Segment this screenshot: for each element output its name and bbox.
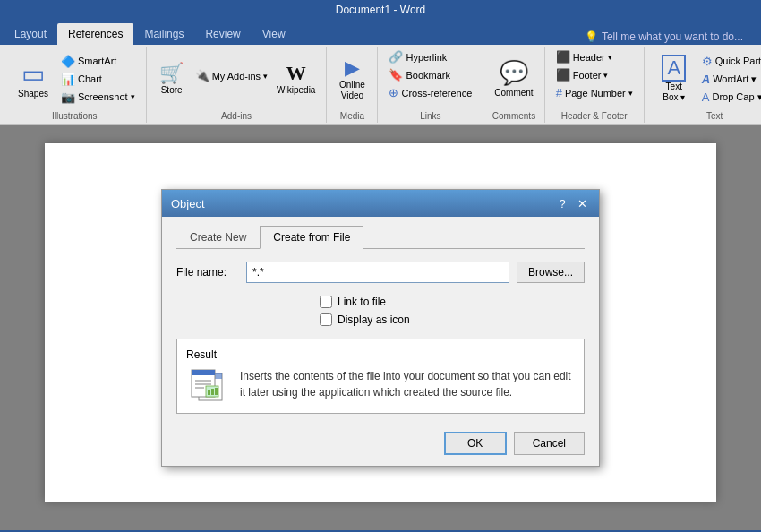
- chart-button[interactable]: 📊 Chart: [57, 71, 139, 88]
- store-button[interactable]: 🛒 Store: [154, 52, 190, 106]
- header-button[interactable]: ⬛ Header ▾: [552, 48, 637, 65]
- page-number-button[interactable]: # Page Number ▾: [552, 84, 637, 101]
- cross-reference-label: Cross-reference: [401, 88, 472, 99]
- screenshot-button[interactable]: 📷 Screenshot ▾: [57, 89, 139, 106]
- chart-label: Chart: [78, 73, 102, 84]
- tell-me-icon: 💡: [585, 30, 598, 43]
- quick-parts-button[interactable]: ⚙ Quick Parts ▾: [698, 53, 761, 70]
- screenshot-label: Screenshot: [78, 91, 128, 102]
- shapes-icon: ▭: [21, 59, 45, 89]
- link-to-file-row[interactable]: Link to file: [320, 296, 386, 308]
- object-dialog: Object ? ✕ Create New Create from File F…: [161, 189, 600, 467]
- text-group: A TextBox ▾ ⚙ Quick Parts ▾ A WordArt ▾ …: [645, 47, 761, 123]
- header-arrow: ▾: [608, 53, 612, 62]
- footer-label: Footer: [573, 70, 602, 81]
- text-row: A TextBox ▾ ⚙ Quick Parts ▾ A WordArt ▾ …: [652, 48, 761, 109]
- file-name-row: File name: Browse...: [176, 262, 585, 283]
- tell-me-text: Tell me what you want to do...: [602, 30, 743, 43]
- wordart-icon: A: [702, 73, 710, 86]
- links-column: 🔗 Hyperlink 🔖 Bookmark ⊕ Cross-reference: [385, 48, 475, 101]
- tab-view[interactable]: View: [252, 23, 296, 45]
- file-name-input[interactable]: [246, 262, 509, 283]
- store-label: Store: [161, 85, 183, 96]
- quick-parts-icon: ⚙: [702, 55, 713, 68]
- comments-group: 💬 Comment Comments: [483, 47, 544, 123]
- drop-cap-icon: A: [702, 90, 710, 104]
- comments-label: Comments: [491, 109, 536, 121]
- wordart-button[interactable]: A WordArt ▾: [698, 71, 761, 88]
- ok-button[interactable]: OK: [444, 432, 507, 455]
- comments-row: 💬 Comment: [491, 48, 536, 109]
- svg-rect-10: [215, 388, 218, 395]
- browse-button[interactable]: Browse...: [517, 262, 585, 283]
- illus-small-buttons: 🔷 SmartArt 📊 Chart 📷 Screenshot ▾: [57, 53, 139, 106]
- cancel-button[interactable]: Cancel: [514, 432, 585, 455]
- tell-me-bar[interactable]: 💡 Tell me what you want to do...: [570, 29, 757, 45]
- illustrations-group: ▭ Shapes 🔷 SmartArt 📊 Chart 📷 Screenshot…: [4, 47, 147, 123]
- tab-review[interactable]: Review: [194, 23, 251, 45]
- hyperlink-button[interactable]: 🔗 Hyperlink: [385, 48, 475, 65]
- result-area: Result: [176, 339, 585, 414]
- drop-cap-button[interactable]: A Drop Cap ▾: [698, 89, 761, 106]
- smartart-button[interactable]: 🔷 SmartArt: [57, 53, 139, 70]
- modal-overlay: Object ? ✕ Create New Create from File F…: [0, 125, 761, 530]
- myadins-label: My Add-ins: [212, 71, 261, 82]
- display-as-icon-checkbox[interactable]: [320, 313, 332, 326]
- tab-create-new[interactable]: Create New: [176, 226, 260, 249]
- addins-group: 🛒 Store 🔌 My Add-ins ▾ W Wikipedia Add-i…: [147, 47, 328, 123]
- online-video-button[interactable]: ▶ OnlineVideo: [334, 52, 370, 106]
- header-label: Header: [573, 52, 605, 63]
- textbox-label: TextBox ▾: [663, 82, 685, 103]
- footer-button[interactable]: ⬛ Footer ▾: [552, 66, 637, 83]
- result-label: Result: [186, 348, 575, 361]
- title-bar: Document1 - Word: [0, 0, 761, 20]
- media-row: ▶ OnlineVideo: [334, 48, 370, 109]
- result-content: Inserts the contents of the file into yo…: [186, 368, 575, 404]
- tab-references[interactable]: References: [57, 23, 133, 45]
- dialog-close-button[interactable]: ✕: [574, 195, 590, 211]
- shapes-button[interactable]: ▭ Shapes: [11, 50, 56, 108]
- comment-icon: 💬: [500, 59, 528, 87]
- bookmark-icon: 🔖: [389, 68, 403, 82]
- text-small-column: ⚙ Quick Parts ▾ A WordArt ▾ A Drop Cap ▾: [698, 53, 761, 106]
- page-number-arrow: ▾: [628, 89, 633, 98]
- myadins-button[interactable]: 🔌 My Add-ins ▾: [192, 67, 271, 84]
- store-icon: 🛒: [159, 62, 184, 85]
- page-number-label: Page Number: [565, 88, 626, 99]
- dialog-tabs: Create New Create from File: [176, 226, 585, 249]
- comment-button[interactable]: 💬 Comment: [491, 52, 536, 106]
- page-number-icon: #: [556, 86, 562, 99]
- wordart-label: WordArt ▾: [713, 73, 757, 85]
- cross-reference-button[interactable]: ⊕ Cross-reference: [385, 84, 475, 101]
- comment-label: Comment: [494, 88, 533, 99]
- cross-reference-icon: ⊕: [389, 86, 398, 99]
- addins-small: 🔌 My Add-ins ▾: [192, 67, 271, 90]
- bookmark-label: Bookmark: [406, 70, 450, 81]
- checkboxes-area: Link to file Display as icon: [176, 296, 585, 326]
- hyperlink-icon: 🔗: [389, 50, 403, 64]
- svg-rect-3: [192, 370, 215, 375]
- screenshot-icon: 📷: [61, 90, 75, 104]
- result-text: Inserts the contents of the file into yo…: [240, 368, 575, 400]
- wikipedia-icon: W: [286, 62, 306, 85]
- tab-create-from-file[interactable]: Create from File: [260, 226, 363, 249]
- tab-mailings[interactable]: Mailings: [133, 23, 194, 45]
- link-to-file-checkbox[interactable]: [320, 296, 332, 308]
- bookmark-button[interactable]: 🔖 Bookmark: [385, 66, 475, 83]
- display-as-icon-row[interactable]: Display as icon: [320, 313, 410, 326]
- smartart-label: SmartArt: [78, 56, 116, 66]
- addins-row: 🛒 Store 🔌 My Add-ins ▾ W Wikipedia: [154, 48, 320, 109]
- media-group: ▶ OnlineVideo Media: [327, 47, 378, 123]
- links-label: Links: [385, 109, 475, 121]
- textbox-button[interactable]: A TextBox ▾: [652, 52, 697, 106]
- footer-icon: ⬛: [556, 68, 570, 82]
- ribbon: ▭ Shapes 🔷 SmartArt 📊 Chart 📷 Screenshot…: [0, 45, 761, 125]
- document-area: Object ? ✕ Create New Create from File F…: [0, 125, 761, 530]
- display-as-icon-label: Display as icon: [338, 313, 410, 326]
- wikipedia-button[interactable]: W Wikipedia: [273, 52, 319, 106]
- tab-layout[interactable]: Layout: [4, 23, 57, 45]
- dialog-help-button[interactable]: ?: [554, 195, 570, 211]
- svg-rect-9: [211, 389, 214, 395]
- dialog-title-bar: Object ? ✕: [162, 190, 599, 217]
- links-group: 🔗 Hyperlink 🔖 Bookmark ⊕ Cross-reference…: [378, 47, 483, 123]
